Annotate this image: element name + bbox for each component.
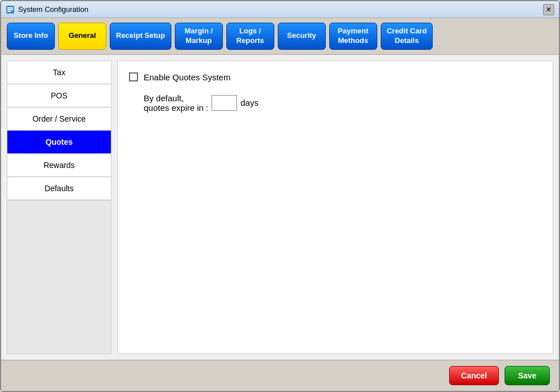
expire-days-input[interactable] bbox=[212, 95, 237, 111]
svg-rect-1 bbox=[7, 7, 13, 8]
tab-store-info[interactable]: Store Info bbox=[7, 23, 55, 50]
tab-credit-card-details[interactable]: Credit CardDetails bbox=[381, 23, 433, 50]
toolbar: Store Info General Receipt Setup Margin … bbox=[1, 18, 559, 55]
title-bar: System Configuration ✕ bbox=[1, 1, 559, 18]
tab-logs-reports[interactable]: Logs /Reports bbox=[226, 23, 274, 50]
sidebar-item-pos[interactable]: POS bbox=[7, 84, 111, 107]
app-icon bbox=[6, 5, 15, 14]
tab-general[interactable]: General bbox=[58, 23, 106, 50]
enable-quotes-row: Enable Quotes System bbox=[129, 72, 541, 82]
window-title: System Configuration bbox=[18, 5, 88, 14]
tab-receipt-setup[interactable]: Receipt Setup bbox=[110, 23, 171, 50]
sidebar-item-defaults[interactable]: Defaults bbox=[7, 177, 111, 200]
enable-quotes-label: Enable Quotes System bbox=[144, 72, 230, 82]
cancel-button[interactable]: Cancel bbox=[449, 366, 499, 385]
system-configuration-window: System Configuration ✕ Store Info Genera… bbox=[0, 0, 560, 392]
sidebar-spacer bbox=[7, 200, 111, 354]
tab-security[interactable]: Security bbox=[278, 23, 326, 50]
close-button[interactable]: ✕ bbox=[543, 4, 554, 15]
expire-row: By default, quotes expire in : days bbox=[144, 93, 541, 113]
svg-rect-3 bbox=[7, 11, 11, 12]
sidebar-item-quotes[interactable]: Quotes bbox=[7, 131, 111, 154]
tab-margin-markup[interactable]: Margin /Markup bbox=[175, 23, 223, 50]
save-button[interactable]: Save bbox=[505, 366, 550, 385]
sidebar-item-rewards[interactable]: Rewards bbox=[7, 154, 111, 177]
sidebar-item-order-service[interactable]: Order / Service bbox=[7, 107, 111, 131]
title-bar-left: System Configuration bbox=[6, 5, 88, 14]
days-label: days bbox=[240, 98, 259, 107]
sidebar: Tax POS Order / Service Quotes Rewards D… bbox=[7, 61, 111, 354]
footer: Cancel Save bbox=[1, 360, 559, 391]
svg-rect-2 bbox=[7, 9, 13, 10]
sidebar-item-tax[interactable]: Tax bbox=[7, 61, 111, 84]
content-area: Tax POS Order / Service Quotes Rewards D… bbox=[1, 55, 559, 360]
expire-line1: By default, bbox=[144, 93, 208, 103]
main-panel: Enable Quotes System By default, quotes … bbox=[117, 61, 553, 354]
tab-payment-methods[interactable]: PaymentMethods bbox=[329, 23, 377, 50]
enable-quotes-checkbox[interactable] bbox=[129, 72, 138, 81]
expire-text-block: By default, quotes expire in : bbox=[144, 93, 208, 113]
expire-line2: quotes expire in : bbox=[144, 103, 208, 113]
